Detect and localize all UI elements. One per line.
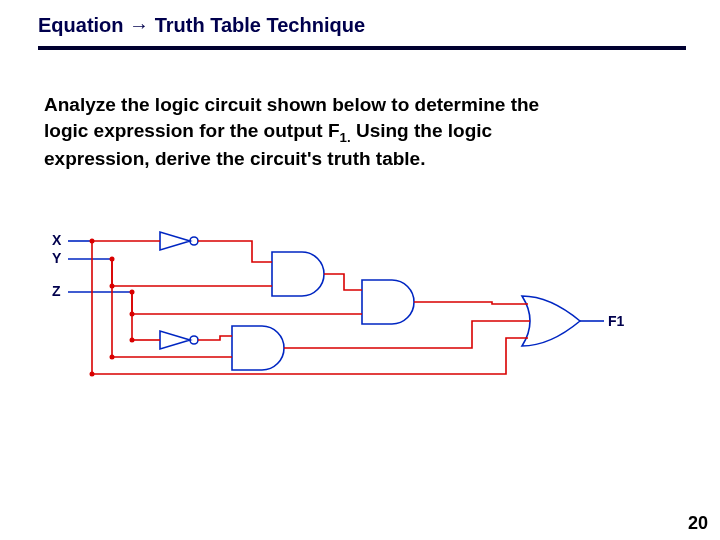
node-x2 <box>90 372 95 377</box>
node-z3 <box>130 338 135 343</box>
input-label-y: Y <box>52 250 62 266</box>
stmt-line2b: Using the logic <box>351 120 492 141</box>
node-y2 <box>110 284 115 289</box>
and-gate-1 <box>272 252 324 296</box>
node-z1 <box>130 290 135 295</box>
output-label-f1: F1 <box>608 313 625 329</box>
page-title: Equation → Truth Table Technique <box>38 14 365 37</box>
stmt-line1: Analyze the logic circuit shown below to… <box>44 94 539 115</box>
not-gate-1 <box>160 232 198 250</box>
wire-x-or <box>92 338 528 374</box>
title-rule <box>38 46 686 50</box>
and-gate-2 <box>362 280 414 324</box>
wire-and3-or <box>284 321 530 348</box>
or-gate-1 <box>522 296 580 346</box>
stmt-line2a: logic expression for the output F <box>44 120 340 141</box>
input-label-z: Z <box>52 283 61 299</box>
wire-and2-or <box>414 302 528 304</box>
not-gate-2 <box>160 331 198 349</box>
input-label-x: X <box>52 232 62 248</box>
circuit-diagram: X Y Z F1 <box>52 224 648 404</box>
stmt-sub: 1. <box>340 129 351 144</box>
problem-statement: Analyze the logic circuit shown below to… <box>44 92 660 172</box>
node-x1 <box>90 239 95 244</box>
stmt-line3: expression, derive the circuit's truth t… <box>44 148 425 169</box>
node-y3 <box>110 355 115 360</box>
node-z2 <box>130 312 135 317</box>
and-gate-3 <box>232 326 284 370</box>
node-y1 <box>110 257 115 262</box>
wire-not1-and1 <box>198 241 272 262</box>
page-number: 20 <box>688 513 708 534</box>
wire-and1-and2 <box>324 274 362 290</box>
wire-not2-and3 <box>198 336 232 340</box>
